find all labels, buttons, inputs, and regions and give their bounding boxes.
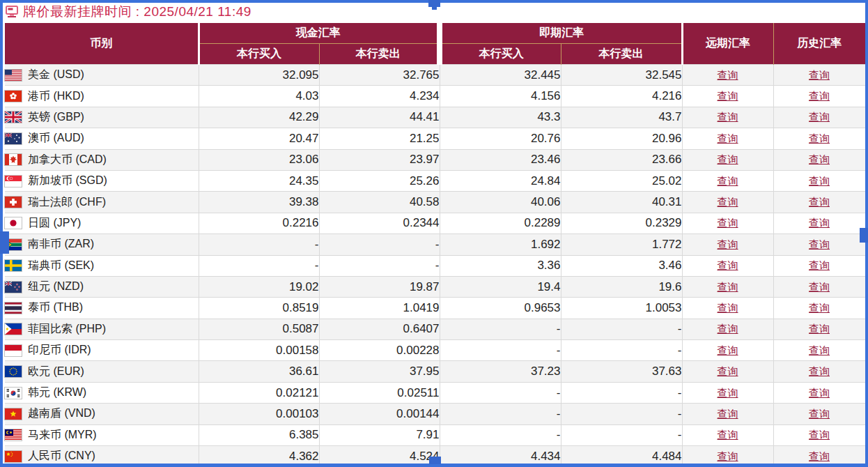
spot-buy-value: 0.2289	[440, 213, 561, 234]
history-rate-query-link[interactable]: 查询	[809, 365, 830, 377]
spot-buy-value: 3.36	[440, 255, 561, 276]
table-row: 印尼币 (IDR) 0.00158 0.00228 - - 查询 查询	[5, 340, 865, 361]
column-header-spot-buy: 本行买入	[440, 44, 561, 65]
table-row: 纽元 (NZD) 19.02 19.87 19.4 19.6 查询 查询	[5, 276, 865, 297]
flag-cny-icon	[5, 451, 22, 462]
table-row: 瑞典币 (SEK) - - 3.36 3.46 查询 查询	[5, 255, 865, 276]
spot-buy-value: 37.23	[440, 361, 561, 382]
history-rate-query-link[interactable]: 查询	[809, 196, 830, 208]
currency-cell: 加拿大币 (CAD)	[5, 149, 199, 170]
currency-cell: 美金 (USD)	[5, 65, 199, 86]
currency-cell: 泰币 (THB)	[5, 298, 199, 319]
history-rate-query-link[interactable]: 查询	[809, 408, 830, 420]
history-rate-query-link[interactable]: 查询	[809, 90, 830, 102]
cash-sell-value: 1.0419	[319, 298, 440, 319]
forward-rate-query-link[interactable]: 查询	[718, 429, 738, 441]
history-rate-query-link[interactable]: 查询	[809, 153, 830, 165]
currency-name: 英镑 (GBP)	[28, 110, 84, 125]
history-rate-query-link[interactable]: 查询	[809, 344, 830, 356]
cash-sell-value: 44.41	[319, 107, 440, 128]
cash-sell-value: -	[319, 234, 440, 255]
column-header-history-rate: 历史汇率	[773, 23, 865, 65]
forward-rate-query-link[interactable]: 查询	[718, 69, 738, 81]
forward-rate-query-link[interactable]: 查询	[718, 153, 738, 165]
history-rate-query-link[interactable]: 查询	[809, 387, 830, 399]
cash-buy-value: 0.5087	[199, 319, 319, 339]
history-rate-query-link[interactable]: 查询	[809, 429, 830, 441]
forward-rate-query-link[interactable]: 查询	[718, 344, 738, 356]
frame-resize-handle-right[interactable]	[860, 228, 868, 243]
history-rate-query-link[interactable]: 查询	[809, 217, 830, 229]
currency-cell: 瑞士法郎 (CHF)	[5, 192, 199, 213]
flag-eur-icon	[5, 366, 22, 377]
column-header-forward-rate: 远期汇率	[682, 23, 773, 65]
frame-resize-handle-bottom[interactable]	[429, 457, 441, 464]
currency-cell: 纽元 (NZD)	[5, 276, 199, 297]
forward-rate-query-link[interactable]: 查询	[718, 196, 738, 208]
table-row: 美金 (USD) 32.095 32.765 32.445 32.545 查询 …	[5, 65, 865, 86]
frame-resize-handle-left[interactable]	[0, 231, 9, 254]
history-rate-query-link[interactable]: 查询	[809, 259, 830, 271]
flag-myr-icon	[5, 429, 22, 441]
forward-rate-query-link[interactable]: 查询	[718, 132, 738, 144]
forward-rate-query-link[interactable]: 查询	[718, 408, 738, 420]
column-header-spot-sell: 本行卖出	[561, 44, 682, 65]
cash-buy-value: 0.00103	[199, 404, 319, 424]
spot-sell-value: 4.216	[561, 86, 682, 107]
forward-rate-query-link[interactable]: 查询	[718, 175, 738, 187]
spot-sell-value: 40.31	[561, 192, 682, 213]
forward-rate-query-link[interactable]: 查询	[718, 302, 738, 314]
spot-sell-value: 1.772	[561, 234, 682, 255]
history-rate-query-link[interactable]: 查询	[809, 323, 830, 335]
currency-cell: 日圆 (JPY)	[5, 213, 199, 234]
forward-rate-query-link[interactable]: 查询	[718, 450, 738, 462]
history-rate-query-link[interactable]: 查询	[809, 132, 830, 144]
currency-name: 纽元 (NZD)	[28, 280, 84, 294]
flag-idr-icon	[5, 345, 22, 356]
forward-rate-query-link[interactable]: 查询	[718, 259, 738, 271]
spot-buy-value: 0.9653	[440, 298, 561, 319]
table-row: 加拿大币 (CAD) 23.06 23.97 23.46 23.66 查询 查询	[5, 149, 865, 170]
cash-sell-value: 0.6407	[319, 319, 440, 339]
column-header-cash-sell: 本行卖出	[319, 44, 440, 65]
cash-sell-value: 4.234	[319, 86, 440, 107]
forward-rate-query-link[interactable]: 查询	[718, 238, 738, 250]
table-row: 欧元 (EUR) 36.61 37.95 37.23 37.63 查询 查询	[5, 361, 865, 382]
history-rate-query-link[interactable]: 查询	[809, 175, 830, 187]
history-rate-query-link[interactable]: 查询	[809, 302, 830, 314]
currency-name: 印尼币 (IDR)	[28, 343, 91, 358]
spot-buy-value: 24.84	[440, 170, 561, 191]
history-rate-query-link[interactable]: 查询	[809, 450, 830, 462]
cash-buy-value: 0.8519	[199, 298, 319, 319]
history-rate-query-link[interactable]: 查询	[809, 111, 830, 123]
history-rate-query-link[interactable]: 查询	[809, 238, 830, 250]
spot-buy-value: 32.445	[440, 65, 561, 86]
frame-resize-handle-top[interactable]	[428, 0, 440, 7]
forward-rate-query-link[interactable]: 查询	[718, 217, 738, 229]
history-rate-query-link[interactable]: 查询	[809, 69, 830, 81]
cash-buy-value: -	[199, 234, 319, 255]
currency-cell: 瑞典币 (SEK)	[5, 255, 199, 276]
forward-rate-query-link[interactable]: 查询	[718, 281, 738, 293]
currency-cell: 马来币 (MYR)	[5, 424, 199, 445]
column-group-cash-rate: 现金汇率	[199, 23, 440, 44]
spot-sell-value: -	[561, 319, 682, 339]
forward-rate-query-link[interactable]: 查询	[718, 90, 738, 102]
currency-name: 菲国比索 (PHP)	[28, 322, 106, 337]
forward-rate-query-link[interactable]: 查询	[718, 323, 738, 335]
forward-rate-query-link[interactable]: 查询	[718, 387, 738, 399]
forward-rate-query-link[interactable]: 查询	[718, 365, 738, 377]
spot-sell-value: 37.63	[561, 361, 682, 382]
spot-sell-value: 1.0053	[561, 298, 682, 319]
table-row: 日圆 (JPY) 0.2216 0.2344 0.2289 0.2329 查询 …	[5, 213, 865, 234]
history-rate-query-link[interactable]: 查询	[809, 281, 830, 293]
forward-rate-query-link[interactable]: 查询	[718, 111, 738, 123]
flag-thb-icon	[5, 303, 22, 314]
flag-gbp-icon	[5, 112, 22, 123]
page-title-bar: 牌价最新挂牌时间 : 2025/04/21 11:49	[4, 3, 251, 21]
flag-cad-icon	[5, 154, 22, 165]
cash-sell-value: 37.95	[319, 361, 440, 382]
cash-sell-value: 25.26	[319, 170, 440, 191]
flag-hkd-icon	[5, 91, 22, 102]
currency-name: 欧元 (EUR)	[28, 365, 84, 379]
